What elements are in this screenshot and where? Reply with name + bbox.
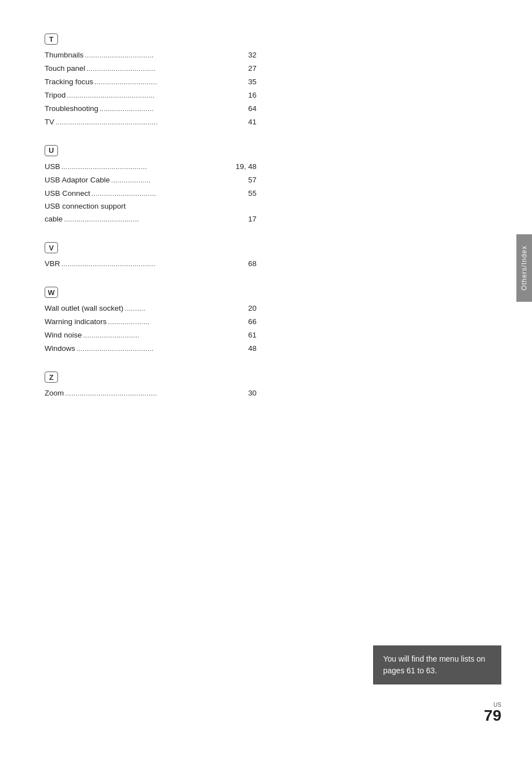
page-container: T Thumbnails ...........................… bbox=[0, 0, 532, 757]
page-number: 79 bbox=[484, 707, 501, 724]
list-item: TV .....................................… bbox=[45, 116, 257, 129]
section-badge-W: W bbox=[45, 287, 58, 298]
section-Z: Z Zoom .................................… bbox=[45, 372, 257, 401]
section-badge-T: T bbox=[45, 33, 58, 45]
info-box-text: You will find the menu lists on pages 61… bbox=[383, 654, 485, 675]
page-number-area: US 79 bbox=[484, 702, 501, 724]
content-area: T Thumbnails ...........................… bbox=[45, 33, 257, 401]
section-badge-V: V bbox=[45, 242, 58, 253]
list-item: Warning indicators .................... … bbox=[45, 316, 257, 329]
section-V: V VBR ..................................… bbox=[45, 242, 257, 271]
list-item: Tripod .................................… bbox=[45, 89, 257, 103]
list-item: VBR ....................................… bbox=[45, 258, 257, 271]
section-U: U USB ..................................… bbox=[45, 145, 257, 227]
right-tab-label: Others/Index bbox=[520, 245, 528, 291]
list-item: Touch panel ............................… bbox=[45, 62, 257, 76]
section-W: W Wall outlet (wall socket) .......... 2… bbox=[45, 287, 257, 356]
list-item: Tracking focus .........................… bbox=[45, 76, 257, 89]
right-tab: Others/Index bbox=[516, 234, 532, 302]
list-item: USB ....................................… bbox=[45, 161, 257, 174]
list-item: Troubleshooting ........................… bbox=[45, 103, 257, 116]
info-box: You will find the menu lists on pages 61… bbox=[373, 645, 501, 684]
list-item: Zoom ...................................… bbox=[45, 387, 257, 401]
list-item: Wall outlet (wall socket) .......... 20 bbox=[45, 302, 257, 316]
list-item: Wind noise ........................... 6… bbox=[45, 329, 257, 343]
section-T: T Thumbnails ...........................… bbox=[45, 33, 257, 129]
list-item: USB Adaptor Cable ................... 57 bbox=[45, 174, 257, 187]
section-badge-U: U bbox=[45, 145, 58, 156]
list-item: USB connection support cable ...........… bbox=[45, 200, 257, 226]
section-badge-Z: Z bbox=[45, 372, 58, 383]
list-item: Windows ................................… bbox=[45, 343, 257, 356]
list-item: Thumbnails .............................… bbox=[45, 49, 257, 62]
list-item: USB Connect ............................… bbox=[45, 187, 257, 201]
